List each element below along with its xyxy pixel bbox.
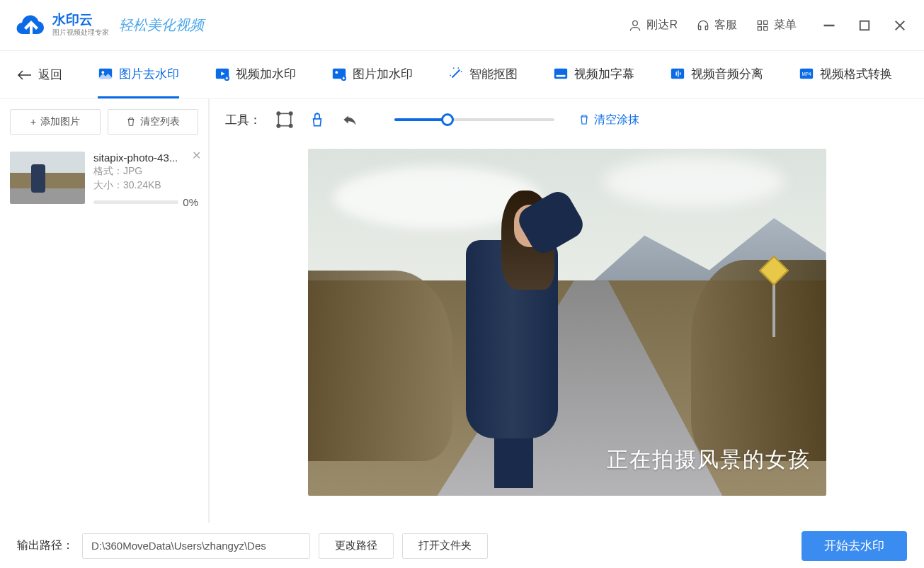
headset-icon <box>696 18 710 33</box>
plus-icon: + <box>30 116 36 127</box>
tab-video-add-watermark[interactable]: 视频加水印 <box>215 52 296 98</box>
file-thumbnail <box>10 152 85 204</box>
video-icon <box>215 66 230 81</box>
remove-file-button[interactable]: ✕ <box>192 149 201 162</box>
user-icon <box>628 18 642 33</box>
trash-icon <box>126 117 136 127</box>
tab-video-convert[interactable]: MP4 视频格式转换 <box>799 52 892 98</box>
change-path-button[interactable]: 更改路径 <box>319 533 394 559</box>
file-format: 格式：JPG <box>93 165 198 178</box>
tab-video-audio-split[interactable]: 视频音频分离 <box>670 52 763 98</box>
tab-label: 智能抠图 <box>469 66 518 82</box>
tab-smart-cutout[interactable]: 智能抠图 <box>448 52 518 98</box>
tab-label: 视频格式转换 <box>820 66 892 82</box>
logo-icon <box>14 13 45 36</box>
user-label: 刚达R <box>646 18 678 33</box>
svg-point-10 <box>102 71 105 74</box>
canvas-area: 正在拍摄风景的女孩 <box>210 140 924 523</box>
sidebar: + 添加图片 清空列表 sitapix-photo-43... 格式：JPG 大… <box>0 99 210 523</box>
output-path-input[interactable] <box>82 533 310 559</box>
svg-rect-17 <box>554 69 567 79</box>
add-image-button[interactable]: + 添加图片 <box>10 109 101 135</box>
tab-label: 图片去水印 <box>119 66 179 82</box>
svg-rect-19 <box>671 69 684 79</box>
svg-rect-22 <box>278 113 290 125</box>
svg-point-24 <box>290 112 292 115</box>
video-subtitle-icon <box>553 66 569 81</box>
nav-bar: 返回 图片去水印 视频加水印 图片加水印 智能抠图 视频加字幕 视频音频分离 M… <box>0 51 924 99</box>
menu-button[interactable]: 菜单 <box>755 18 797 33</box>
video-convert-icon: MP4 <box>799 66 814 81</box>
tab-label: 视频加字幕 <box>574 66 634 82</box>
toolbar: 工具： 清空涂抹 <box>210 99 924 140</box>
tool-label: 工具： <box>225 112 261 128</box>
svg-rect-4 <box>764 26 768 30</box>
close-button[interactable] <box>893 18 907 33</box>
file-size: 大小：30.24KB <box>93 179 198 192</box>
file-name: sitapix-photo-43... <box>93 152 198 164</box>
logo-subtitle: 图片视频处理专家 <box>52 28 109 38</box>
image-icon <box>98 66 113 81</box>
select-tool[interactable] <box>275 110 294 129</box>
svg-point-26 <box>290 125 292 127</box>
image-plus-icon <box>331 66 347 81</box>
back-button[interactable]: 返回 <box>17 67 62 83</box>
tab-video-subtitle[interactable]: 视频加字幕 <box>553 52 634 98</box>
start-button[interactable]: 开始去水印 <box>802 531 907 561</box>
magic-wand-icon <box>448 66 464 81</box>
svg-point-15 <box>336 71 338 74</box>
tab-image-add-watermark[interactable]: 图片加水印 <box>331 52 413 98</box>
progress-bar <box>93 200 178 204</box>
editor: 工具： 清空涂抹 <box>210 99 924 523</box>
svg-point-0 <box>633 21 638 25</box>
brush-tool[interactable] <box>308 110 326 129</box>
trash-icon <box>578 114 590 125</box>
output-path-label: 输出路径： <box>17 538 74 553</box>
brush-size-slider[interactable] <box>394 118 554 121</box>
support-label: 客服 <box>714 18 737 33</box>
canvas[interactable]: 正在拍摄风景的女孩 <box>308 149 826 496</box>
footer: 输出路径： 更改路径 打开文件夹 开始去水印 <box>0 523 924 568</box>
svg-text:MP4: MP4 <box>802 72 811 76</box>
add-image-label: 添加图片 <box>40 115 80 128</box>
file-item[interactable]: sitapix-photo-43... 格式：JPG 大小：30.24KB 0%… <box>0 144 208 215</box>
open-folder-button[interactable]: 打开文件夹 <box>402 533 488 559</box>
svg-rect-2 <box>764 21 768 24</box>
slogan: 轻松美化视频 <box>119 16 204 35</box>
svg-point-25 <box>277 125 280 127</box>
arrow-left-icon <box>17 69 33 81</box>
maximize-button[interactable] <box>857 18 872 33</box>
main-content: + 添加图片 清空列表 sitapix-photo-43... 格式：JPG 大… <box>0 99 924 523</box>
tab-label: 视频加水印 <box>236 66 296 82</box>
menu-label: 菜单 <box>774 18 797 33</box>
support-button[interactable]: 客服 <box>696 18 737 33</box>
undo-tool[interactable] <box>341 110 359 129</box>
minimize-button[interactable] <box>822 18 836 33</box>
back-label: 返回 <box>38 67 62 83</box>
logo-title: 水印云 <box>52 13 109 28</box>
logo: 水印云 图片视频处理专家 <box>14 13 109 38</box>
clear-list-button[interactable]: 清空列表 <box>108 109 198 135</box>
tab-label: 视频音频分离 <box>691 66 763 82</box>
watermark-text: 正在拍摄风景的女孩 <box>607 445 811 475</box>
tab-label: 图片加水印 <box>353 66 413 82</box>
clear-smear-label: 清空涂抹 <box>594 113 639 127</box>
clear-list-label: 清空列表 <box>140 115 180 128</box>
tab-image-remove-watermark[interactable]: 图片去水印 <box>98 52 179 98</box>
title-bar: 水印云 图片视频处理专家 轻松美化视频 刚达R 客服 菜单 <box>0 0 924 51</box>
svg-rect-3 <box>758 26 761 30</box>
svg-point-23 <box>277 112 280 115</box>
svg-rect-6 <box>860 21 869 30</box>
video-audio-icon <box>670 66 685 81</box>
svg-rect-1 <box>758 21 761 24</box>
clear-smear-button[interactable]: 清空涂抹 <box>578 113 639 127</box>
user-button[interactable]: 刚达R <box>628 18 678 33</box>
progress-text: 0% <box>183 196 198 208</box>
svg-rect-18 <box>557 75 566 77</box>
grid-icon <box>755 18 770 33</box>
